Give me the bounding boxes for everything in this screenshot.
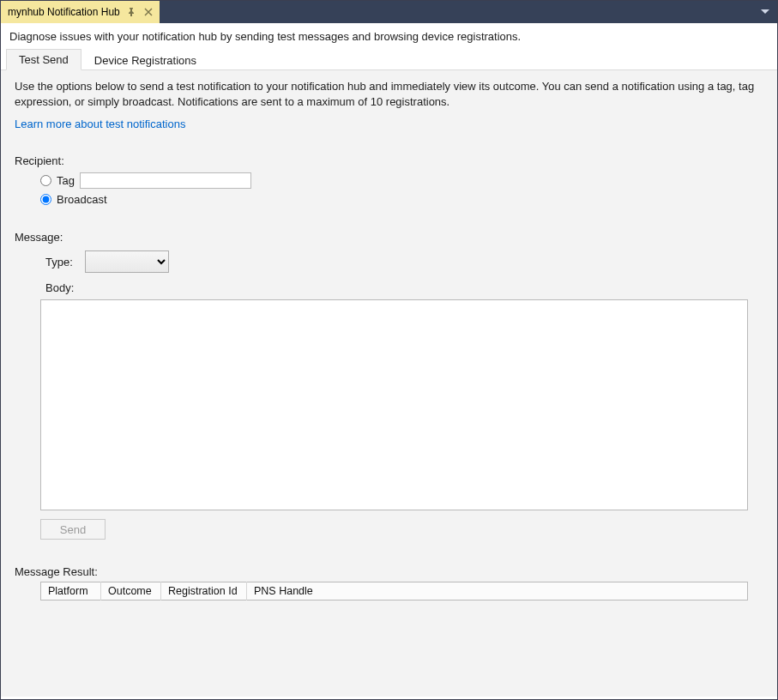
recipient-broadcast-row: Broadcast (40, 190, 763, 208)
recipient-broadcast-label: Broadcast (57, 193, 107, 206)
type-select[interactable] (85, 250, 169, 273)
result-label: Message Result: (15, 565, 763, 578)
result-header-row: Platform Outcome Registration Id PNS Han… (41, 582, 748, 600)
send-button[interactable]: Send (40, 519, 106, 540)
recipient-tag-radio[interactable] (40, 175, 51, 186)
pin-icon[interactable] (125, 6, 137, 18)
body-textarea[interactable] (40, 299, 748, 510)
body-label: Body: (45, 281, 74, 294)
recipient-tag-row: Tag (40, 171, 763, 190)
col-registration-id[interactable]: Registration Id (161, 582, 247, 600)
result-table: Platform Outcome Registration Id PNS Han… (40, 582, 748, 600)
intro-text: Use the options below to send a test not… (15, 79, 763, 109)
close-icon[interactable] (142, 6, 154, 18)
message-label: Message: (15, 231, 763, 244)
tab-device-registrations[interactable]: Device Registrations (81, 50, 209, 70)
type-label: Type: (45, 256, 78, 269)
document-tab[interactable]: mynhub Notification Hub (1, 1, 160, 23)
learn-more-link[interactable]: Learn more about test notifications (15, 118, 185, 130)
tab-bar: Test Send Device Registrations (1, 48, 777, 70)
recipient-tag-label: Tag (57, 174, 75, 187)
col-pns-handle[interactable]: PNS Handle (247, 582, 748, 600)
col-outcome[interactable]: Outcome (101, 582, 161, 600)
col-platform[interactable]: Platform (41, 582, 101, 600)
titlebar: mynhub Notification Hub (1, 1, 777, 23)
tab-content: Use the options below to send a test not… (1, 70, 777, 697)
tab-test-send[interactable]: Test Send (6, 49, 81, 70)
recipient-broadcast-radio[interactable] (40, 194, 51, 205)
page-description: Diagnose issues with your notification h… (1, 23, 777, 48)
tag-input[interactable] (80, 172, 251, 189)
document-tab-title: mynhub Notification Hub (8, 6, 120, 18)
recipient-label: Recipient: (15, 154, 763, 167)
type-row: Type: (45, 250, 763, 273)
window-menu-dropdown-icon[interactable] (757, 1, 774, 23)
